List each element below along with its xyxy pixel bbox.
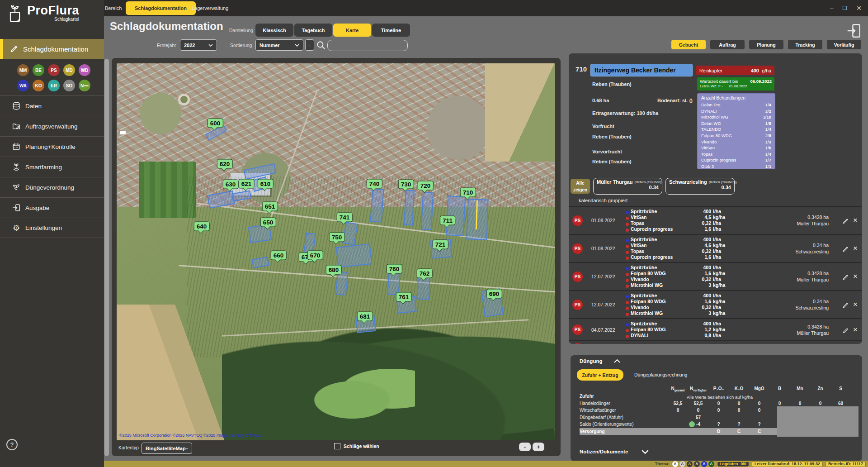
logdaten-badge[interactable]: Logdaten0/0: [717, 461, 749, 467]
sidebar-item-daten[interactable]: Daten: [0, 95, 104, 116]
window-close-icon[interactable]: ✕: [856, 5, 862, 12]
field-polygon[interactable]: [421, 191, 434, 230]
field-label[interactable]: 600: [208, 119, 223, 128]
export-icon[interactable]: [846, 23, 861, 41]
field-label[interactable]: 610: [258, 179, 274, 189]
edit-pencil-icon[interactable]: [843, 245, 849, 252]
measure-badge[interactable]: BE: [33, 64, 44, 76]
notizen-dokumente-toggle[interactable]: Notizen/Dokumente: [580, 449, 649, 454]
field-label[interactable]: 640: [194, 222, 210, 231]
field-polygon[interactable]: [404, 190, 415, 226]
theme-toggle[interactable]: A: [687, 461, 693, 467]
field-label[interactable]: 740: [367, 179, 382, 189]
delete-icon[interactable]: ×: [853, 245, 858, 252]
measure-badge[interactable]: MM: [17, 64, 29, 76]
view-button[interactable]: Klassisch: [255, 24, 293, 37]
search-input[interactable]: [327, 40, 408, 51]
tab-schlagdokumentation[interactable]: Schlagdokumentation: [126, 1, 196, 15]
field-label[interactable]: 720: [418, 181, 434, 191]
window-minimize-icon[interactable]: –: [830, 5, 834, 12]
theme-toggle[interactable]: A: [701, 461, 707, 467]
alle-zeigen-button[interactable]: Alle zeigen: [571, 179, 590, 194]
variety-chip[interactable]: Müller Thurgau (Reben (Trauben)) 0.34: [593, 178, 662, 195]
field-label[interactable]: 621: [239, 179, 255, 189]
view-button[interactable]: Karte: [333, 24, 371, 37]
delete-icon[interactable]: ×: [853, 301, 858, 308]
status-filter-button[interactable]: Auftrag: [710, 40, 745, 49]
measure-badge[interactable]: SO: [63, 80, 75, 91]
edit-pencil-icon[interactable]: [843, 273, 849, 280]
vertical-scrollbar[interactable]: [104, 59, 109, 456]
measure-badge[interactable]: PS: [48, 64, 60, 76]
treatment-record-row[interactable]: PS 12.07.2022 Spritzbrühe 400 l/ha Folpa…: [569, 262, 862, 290]
satellite-map[interactable]: 6006206306216106516506406606716706807507…: [117, 63, 555, 440]
tab-bereich[interactable]: Bereich: [105, 0, 122, 16]
field-label[interactable]: 650: [260, 218, 276, 227]
sidebar-item-einstellungen[interactable]: ⚙ Einstellungen: [0, 218, 104, 238]
zufuhr-entzug-tab[interactable]: Zufuhr + Entzug: [577, 369, 623, 381]
edit-pencil-icon[interactable]: [843, 217, 849, 224]
field-label[interactable]: 630: [223, 180, 239, 189]
treatment-record-row[interactable]: PS 01.08.2022 Spritzbrühe 400 l/ha VitiS…: [569, 206, 862, 234]
field-label[interactable]: 721: [433, 240, 448, 249]
field-label[interactable]: 660: [271, 251, 287, 260]
field-label[interactable]: 690: [486, 289, 502, 299]
field-label[interactable]: 750: [329, 233, 345, 242]
theme-toggle[interactable]: A: [679, 461, 685, 467]
kalendarisch-link[interactable]: kalendarisch: [579, 198, 607, 203]
measure-badge[interactable]: ER: [48, 80, 60, 91]
field-label[interactable]: 761: [396, 292, 412, 302]
map-zoom-out-button[interactable]: -: [519, 443, 531, 451]
sortierung-select[interactable]: Nummer: [255, 39, 303, 51]
sidebar-item-auftragsverwaltung[interactable]: Auftragsverwaltung: [0, 116, 104, 136]
field-label[interactable]: 681: [357, 312, 373, 321]
tab-lagerverwaltung[interactable]: Lagerverwaltung: [192, 0, 228, 16]
field-name-box[interactable]: Itzingerweg Becker Bender: [590, 64, 693, 76]
view-button[interactable]: Tagebuch: [294, 24, 332, 37]
treatment-record-row[interactable]: PS 01.08.2022 Spritzbrühe 400 l/ha VitiS…: [569, 234, 862, 262]
field-label[interactable]: 711: [440, 216, 455, 225]
measure-badge[interactable]: MD: [63, 64, 75, 76]
measure-badge[interactable]: WA: [17, 80, 29, 91]
sidebar-item-schlagdokumentation[interactable]: Schlagdokumentation: [0, 39, 104, 59]
kartentyp-select[interactable]: BingSatelliteMap: [142, 443, 192, 454]
theme-toggle[interactable]: A: [708, 461, 714, 467]
field-label[interactable]: 680: [326, 265, 342, 275]
chevron-up-icon[interactable]: [614, 359, 620, 363]
status-filter-button[interactable]: Tracking: [788, 40, 822, 49]
status-filter-button[interactable]: Planung: [749, 40, 783, 49]
edit-pencil-icon[interactable]: [843, 301, 849, 308]
sort-direction-button[interactable]: [305, 39, 314, 51]
field-label[interactable]: 620: [217, 159, 233, 169]
treatment-record-row[interactable]: PS 12.07.2022 Spritzbrühe 400 l/ha Folpa…: [569, 290, 862, 318]
theme-toggle[interactable]: A: [694, 461, 700, 467]
delete-icon[interactable]: ×: [853, 273, 858, 280]
field-label[interactable]: 710: [460, 188, 476, 197]
theme-toggle[interactable]: A: [672, 461, 678, 467]
sidebar-item-smartfarming[interactable]: Smartfarming: [0, 157, 104, 177]
field-label[interactable]: 741: [337, 213, 353, 222]
duengeplanungsrechnung-tab[interactable]: Düngeplanungsrechnung: [634, 372, 687, 377]
delete-icon[interactable]: ×: [853, 217, 858, 224]
sidebar-item-duengeverordnung[interactable]: Düngeverordnung: [0, 177, 104, 197]
field-label[interactable]: 670: [307, 251, 323, 260]
delete-icon[interactable]: ×: [853, 327, 858, 333]
sidebar-item-ausgabe[interactable]: Ausgabe: [0, 197, 104, 218]
treatment-record-row[interactable]: PS Spritzbrühe 400 l/ha: [569, 340, 862, 344]
map-zoom-in-button[interactable]: +: [533, 443, 544, 451]
field-polygon[interactable]: [370, 188, 384, 223]
field-polygon[interactable]: [336, 243, 372, 268]
treatment-record-row[interactable]: PS 04.07.2022 Spritzbrühe 400 l/ha Folpa…: [569, 318, 862, 340]
erntejahr-select[interactable]: 2022: [180, 39, 217, 51]
measure-badge[interactable]: WD: [79, 64, 90, 76]
status-filter-button[interactable]: Gebucht: [671, 40, 706, 49]
help-button[interactable]: ?: [6, 439, 18, 450]
field-label[interactable]: 762: [417, 269, 433, 278]
measure-badge[interactable]: KO: [33, 80, 44, 91]
view-button[interactable]: Timeline: [372, 24, 410, 37]
window-maximize-icon[interactable]: ❒: [843, 5, 848, 11]
field-label[interactable]: 760: [387, 264, 402, 274]
sidebar-item-planung-kontrolle[interactable]: Planung+Kontrolle: [0, 136, 104, 157]
field-label[interactable]: 730: [398, 180, 414, 189]
measure-badge[interactable]: Nmin: [79, 80, 90, 91]
